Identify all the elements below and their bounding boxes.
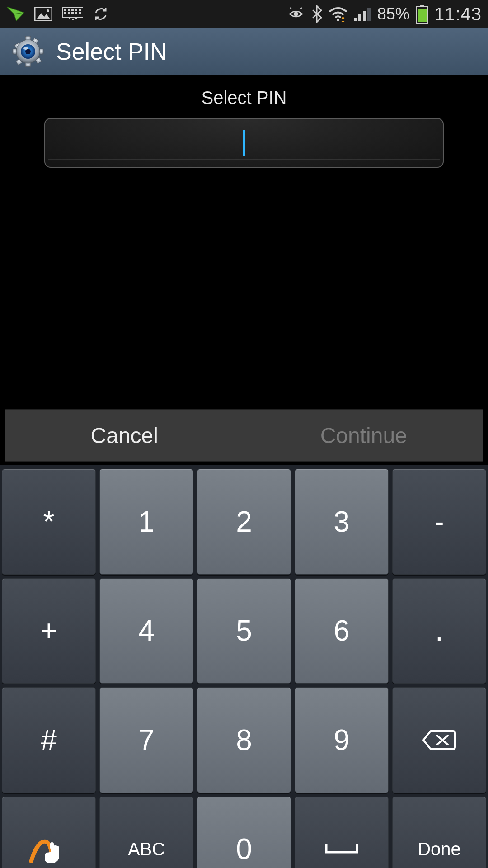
swype-icon <box>29 833 68 865</box>
svg-rect-14 <box>69 18 70 19</box>
action-bar: Select PIN <box>0 28 488 75</box>
backspace-icon <box>422 729 457 751</box>
signal-icon <box>354 7 371 21</box>
key-9[interactable]: 9 <box>295 687 389 793</box>
svg-rect-24 <box>354 18 357 21</box>
battery-percent: 85% <box>377 5 410 24</box>
keyboard-icon <box>62 7 83 21</box>
key-0[interactable]: 0 <box>197 797 291 868</box>
status-left <box>6 6 108 22</box>
key-1[interactable]: 1 <box>99 469 193 575</box>
continue-label: Continue <box>320 423 407 448</box>
key-asterisk[interactable]: * <box>2 469 96 575</box>
key-2[interactable]: 2 <box>197 469 291 575</box>
key-plus[interactable]: + <box>2 578 96 684</box>
key-backspace[interactable] <box>392 687 486 793</box>
continue-button[interactable]: Continue <box>244 410 483 461</box>
key-done[interactable]: Done <box>392 797 486 868</box>
svg-rect-8 <box>79 9 81 11</box>
key-abc[interactable]: ABC <box>99 797 193 868</box>
svg-point-17 <box>294 12 298 16</box>
svg-rect-26 <box>363 11 366 21</box>
svg-rect-11 <box>71 12 74 14</box>
svg-rect-0 <box>35 7 52 21</box>
svg-rect-7 <box>75 9 77 11</box>
key-space[interactable] <box>295 797 389 868</box>
svg-rect-35 <box>50 842 54 849</box>
key-5[interactable]: 5 <box>197 578 291 684</box>
key-7[interactable]: 7 <box>99 687 193 793</box>
svg-line-18 <box>290 8 291 9</box>
gallery-icon <box>34 7 52 21</box>
dialog-button-row: Cancel Continue <box>5 409 483 462</box>
keypad: * 1 2 3 - + 4 5 6 . # 7 8 9 ABC 0 <box>0 465 488 868</box>
svg-point-21 <box>337 19 339 21</box>
status-right: 85% 11:43 <box>287 4 482 24</box>
svg-rect-27 <box>367 8 371 21</box>
svg-rect-12 <box>75 12 77 14</box>
status-bar: 85% 11:43 <box>0 0 488 28</box>
svg-line-20 <box>300 8 302 9</box>
svg-rect-6 <box>71 9 74 11</box>
key-swype[interactable] <box>2 797 96 868</box>
svg-rect-9 <box>64 12 66 14</box>
space-icon <box>324 842 360 856</box>
svg-point-34 <box>23 47 28 50</box>
svg-rect-4 <box>64 9 66 11</box>
smart-stay-icon <box>287 7 305 21</box>
wifi-icon <box>328 6 347 22</box>
key-period[interactable]: . <box>392 578 486 684</box>
svg-point-2 <box>47 9 49 12</box>
paper-plane-icon <box>6 6 24 22</box>
key-8[interactable]: 8 <box>197 687 291 793</box>
key-3[interactable]: 3 <box>295 469 389 575</box>
key-dash[interactable]: - <box>392 469 486 575</box>
svg-rect-30 <box>418 9 427 22</box>
bluetooth-icon <box>311 5 322 23</box>
svg-rect-25 <box>358 14 361 21</box>
svg-rect-16 <box>75 18 77 19</box>
key-6[interactable]: 6 <box>295 578 389 684</box>
svg-rect-10 <box>68 12 70 14</box>
svg-marker-23 <box>341 21 345 22</box>
pin-input[interactable] <box>44 118 444 168</box>
battery-icon <box>416 5 428 24</box>
key-hash[interactable]: # <box>2 687 96 793</box>
svg-rect-5 <box>68 9 70 11</box>
gear-icon <box>12 35 44 68</box>
svg-rect-15 <box>72 19 74 20</box>
svg-marker-22 <box>341 16 345 19</box>
key-4[interactable]: 4 <box>99 578 193 684</box>
content-area: Select PIN <box>0 75 488 409</box>
cancel-button[interactable]: Cancel <box>5 410 244 461</box>
svg-rect-13 <box>79 12 81 14</box>
text-cursor <box>243 130 245 156</box>
sync-icon <box>93 6 108 22</box>
action-bar-title: Select PIN <box>56 38 167 65</box>
cancel-label: Cancel <box>91 423 158 448</box>
svg-marker-1 <box>37 13 50 19</box>
clock: 11:43 <box>434 4 482 24</box>
prompt-label: Select PIN <box>202 88 287 108</box>
